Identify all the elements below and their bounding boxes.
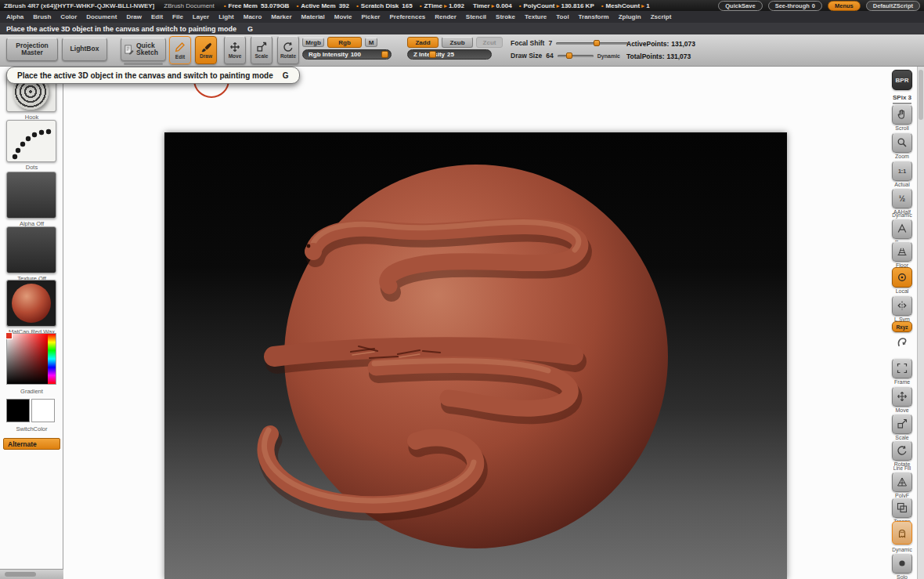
zadd-button[interactable]: Zadd bbox=[407, 37, 439, 48]
rgb-intensity-slider[interactable]: Rgb Intensity 100 bbox=[302, 49, 392, 60]
menus-button[interactable]: Menus bbox=[828, 1, 861, 11]
stroke-thumbnail[interactable] bbox=[6, 120, 56, 162]
aahalf-item: ½ AAHalf bbox=[888, 188, 916, 215]
menu-zplugin[interactable]: Zplugin bbox=[619, 13, 641, 20]
main-color-swatch[interactable] bbox=[6, 399, 30, 422]
shelf-scroll-indicator[interactable] bbox=[124, 63, 163, 65]
hint-shortcut: G bbox=[247, 25, 253, 33]
alpha-thumbnail[interactable] bbox=[6, 172, 56, 219]
transp-button[interactable] bbox=[892, 498, 912, 518]
persp-button[interactable] bbox=[892, 219, 912, 239]
menu-render[interactable]: Render bbox=[435, 13, 457, 20]
rotate-3d-button[interactable] bbox=[892, 440, 912, 461]
frame-button[interactable] bbox=[892, 358, 912, 378]
menu-zscript[interactable]: Zscript bbox=[651, 13, 672, 20]
draw-button[interactable]: Draw bbox=[195, 36, 217, 64]
dots-stroke-icon bbox=[7, 121, 56, 161]
color-picker[interactable] bbox=[6, 333, 56, 385]
tooltip: Place the active 3D object in the canvas… bbox=[6, 67, 300, 84]
quicksave-button[interactable]: QuickSave bbox=[718, 1, 762, 11]
material-thumbnail[interactable] bbox=[6, 280, 56, 327]
draw-size-track[interactable] bbox=[558, 55, 594, 57]
menu-macro[interactable]: Macro bbox=[244, 13, 262, 20]
edit-button[interactable]: Edit bbox=[169, 36, 191, 64]
focal-shift-slider[interactable]: Focal Shift 7 bbox=[511, 39, 628, 47]
menu-picker[interactable]: Picker bbox=[361, 13, 380, 20]
menu-alpha[interactable]: Alpha bbox=[6, 13, 23, 20]
menu-file[interactable]: File bbox=[172, 13, 183, 20]
menu-draw[interactable]: Draw bbox=[126, 13, 142, 20]
switch-color-label: SwitchColor bbox=[0, 425, 63, 432]
lsym-button[interactable] bbox=[892, 295, 912, 316]
hook-icon[interactable] bbox=[888, 335, 916, 348]
titlebar-buttons: QuickSave See-through0 Menus DefaultZScr… bbox=[718, 1, 920, 11]
scale-3d-button[interactable] bbox=[892, 414, 912, 434]
focal-shift-track[interactable] bbox=[556, 42, 628, 45]
aahalf-button[interactable]: ½ bbox=[892, 188, 912, 208]
secondary-color-swatch[interactable] bbox=[31, 399, 55, 422]
menu-light[interactable]: Light bbox=[218, 13, 234, 20]
menu-document[interactable]: Document bbox=[86, 13, 117, 20]
menu-marker[interactable]: Marker bbox=[271, 13, 291, 20]
document-canvas[interactable] bbox=[164, 132, 787, 579]
right-scrollbar[interactable] bbox=[917, 67, 924, 579]
floor-button[interactable] bbox=[892, 241, 912, 262]
move-button[interactable]: Move bbox=[224, 36, 246, 64]
menu-material[interactable]: Material bbox=[301, 13, 325, 20]
sphere-render bbox=[164, 132, 787, 579]
solo-button[interactable] bbox=[892, 553, 912, 574]
menu-transform[interactable]: Transform bbox=[579, 13, 609, 20]
menu-layer[interactable]: Layer bbox=[193, 13, 209, 20]
m-button[interactable]: M bbox=[365, 38, 377, 47]
draw-size-knob[interactable] bbox=[566, 52, 572, 59]
hue-strip[interactable] bbox=[48, 334, 56, 384]
zsub-button[interactable]: Zsub bbox=[442, 37, 473, 48]
menu-texture[interactable]: Texture bbox=[525, 13, 547, 20]
bpr-button[interactable]: BPR bbox=[892, 70, 912, 90]
local-button[interactable] bbox=[892, 267, 912, 288]
hand-scroll-icon bbox=[897, 109, 908, 120]
mrgb-button[interactable]: Mrgb bbox=[302, 38, 324, 47]
move-item: Move bbox=[888, 386, 916, 413]
quick-sketch-button[interactable]: Quick Sketch bbox=[121, 38, 166, 61]
ghost-button[interactable] bbox=[892, 521, 912, 545]
default-zscript-button[interactable]: DefaultZScript bbox=[866, 1, 920, 11]
active-points: ActivePoints:131,073 bbox=[626, 38, 698, 50]
rotate-button[interactable]: Rotate bbox=[277, 36, 299, 64]
rgb-intensity-knob[interactable] bbox=[381, 51, 388, 58]
lightbox-button[interactable]: LightBox bbox=[62, 38, 107, 61]
scale-button[interactable]: Scale bbox=[251, 36, 273, 64]
aahalf-icon: ½ bbox=[899, 194, 905, 203]
polyf-button[interactable] bbox=[892, 472, 912, 492]
focal-shift-knob[interactable] bbox=[594, 40, 600, 46]
draw-size-slider[interactable]: Draw Size 64 Dynamic bbox=[511, 52, 620, 60]
dynamic-label[interactable]: Dynamic bbox=[597, 53, 620, 59]
spix-slider[interactable]: SPix 3 bbox=[888, 94, 916, 104]
point-counters: ActivePoints:131,073 TotalPoints:131,073 bbox=[626, 38, 698, 63]
z-intensity-slider[interactable]: Z Intensity 25 bbox=[407, 49, 492, 60]
see-through-button[interactable]: See-through0 bbox=[768, 1, 822, 11]
left-tray-scrollbar[interactable] bbox=[0, 569, 63, 579]
texture-thumbnail[interactable] bbox=[6, 226, 56, 273]
menu-color[interactable]: Color bbox=[60, 13, 77, 20]
saturation-value-square[interactable] bbox=[7, 334, 48, 384]
app-title: ZBrush 4R7 (x64)[HYTF-WHKF-QJKW-BLLI-NWE… bbox=[4, 2, 154, 9]
menu-stroke[interactable]: Stroke bbox=[496, 13, 515, 20]
stat-meshcount: MeshCount▸1 bbox=[601, 2, 650, 9]
menu-preferences[interactable]: Preferences bbox=[389, 13, 425, 20]
menu-tool[interactable]: Tool bbox=[556, 13, 568, 20]
scroll-button[interactable] bbox=[892, 104, 912, 125]
zoom-button[interactable] bbox=[892, 132, 912, 153]
projection-master-button[interactable]: Projection Master bbox=[6, 38, 58, 61]
move-3d-button[interactable] bbox=[892, 386, 912, 407]
rxyz-button[interactable]: Rxyz bbox=[892, 321, 912, 332]
z-intensity-knob[interactable] bbox=[429, 51, 436, 58]
menu-movie[interactable]: Movie bbox=[334, 13, 352, 20]
menu-edit[interactable]: Edit bbox=[151, 13, 163, 20]
menu-brush[interactable]: Brush bbox=[33, 13, 51, 20]
menu-stencil[interactable]: Stencil bbox=[466, 13, 486, 20]
rgb-button[interactable]: Rgb bbox=[327, 37, 362, 48]
actual-button[interactable]: 1:1 bbox=[892, 161, 912, 181]
alternate-button[interactable]: Alternate bbox=[3, 438, 60, 450]
perspective-icon bbox=[897, 223, 908, 234]
